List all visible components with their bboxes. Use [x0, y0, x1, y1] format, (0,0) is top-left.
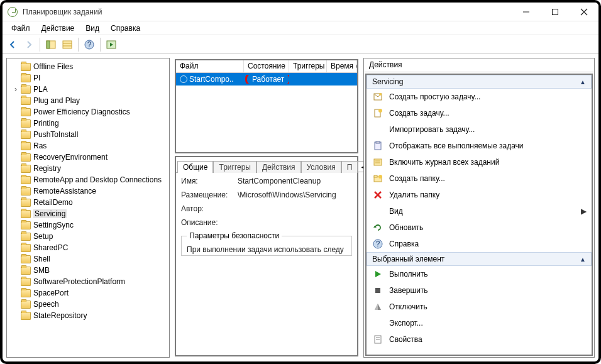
- disable-icon: [373, 302, 383, 312]
- tab-conditions[interactable]: Условия: [301, 161, 341, 173]
- action-включить-журнал-всех-заданий[interactable]: Включить журнал всех заданий: [367, 154, 592, 170]
- folder-icon: [21, 153, 31, 162]
- folder-icon: [21, 63, 31, 71]
- tree-item-power-efficiency-diagnostics[interactable]: Power Efficiency Diagnostics: [8, 106, 168, 118]
- tree-item-staterepository[interactable]: StateRepository: [8, 310, 168, 321]
- task-list-header[interactable]: Файл Состояние Триггеры Время сл: [176, 60, 357, 73]
- delete-icon: [373, 190, 383, 200]
- tab-general[interactable]: Общие: [177, 161, 213, 173]
- tree-item-smb[interactable]: SMB: [8, 265, 168, 276]
- folder-icon: [21, 289, 31, 297]
- action-section-selected[interactable]: Выбранный элемент▲: [367, 252, 592, 266]
- action-section-servicing[interactable]: Servicing▲: [367, 75, 592, 89]
- folder-icon: [21, 97, 31, 105]
- task-details: Общие Триггеры Действия Условия П ◄► Имя…: [175, 156, 358, 356]
- menu-view[interactable]: Вид: [80, 23, 104, 34]
- task-state-highlighted: Работает: [245, 75, 289, 84]
- tree-item-retaildemo[interactable]: RetailDemo: [8, 197, 168, 208]
- action-удалить-папку[interactable]: Удалить папку: [367, 187, 592, 203]
- action-обновить[interactable]: Обновить: [367, 219, 592, 236]
- middle-panel: Файл Состояние Триггеры Время сл StartCo…: [174, 58, 360, 358]
- tree-item-speech[interactable]: Speech: [8, 299, 168, 310]
- tree-item-shell[interactable]: Shell: [8, 253, 168, 265]
- minimize-button[interactable]: [512, 3, 541, 21]
- label-description: Описание:: [181, 218, 238, 227]
- col-next[interactable]: Время сл: [327, 60, 357, 72]
- tab-more[interactable]: П: [341, 161, 358, 173]
- action-отображать-все-выполняемые-задачи[interactable]: Отображать все выполняемые задачи: [367, 138, 592, 154]
- clipboard-icon: [373, 141, 383, 151]
- tree-item-sharedpc[interactable]: SharedPC: [8, 242, 168, 253]
- tree-item-pla[interactable]: PLA: [8, 84, 168, 95]
- newfolder-icon: [373, 174, 383, 184]
- task-name: StartCompo..: [189, 75, 234, 84]
- col-file[interactable]: Файл: [176, 60, 244, 72]
- action-создать-задачу-[interactable]: Создать задачу...: [367, 105, 592, 121]
- action-отключить[interactable]: Отключить: [367, 299, 592, 315]
- forward-button[interactable]: [21, 37, 36, 52]
- tree-item-plug-and-play[interactable]: Plug and Play: [8, 95, 168, 106]
- tree-item-registry[interactable]: Registry: [8, 163, 168, 174]
- svg-point-16: [378, 109, 382, 113]
- menubar: Файл Действие Вид Справка: [3, 21, 598, 35]
- tree-item-servicing[interactable]: Servicing: [8, 208, 168, 219]
- close-button[interactable]: [570, 3, 598, 21]
- svg-rect-6: [63, 41, 72, 48]
- action-экспорт-[interactable]: Экспорт...: [367, 315, 592, 331]
- tree-item-ras[interactable]: Ras: [8, 140, 168, 152]
- action-импортировать-задачу-[interactable]: Импортировать задачу...: [367, 121, 592, 138]
- tree-item-recoveryenvironment[interactable]: RecoveryEnvironment: [8, 152, 168, 163]
- action-свойства[interactable]: Свойства: [367, 331, 592, 348]
- svg-rect-19: [374, 159, 382, 165]
- tree-item-printing[interactable]: Printing: [8, 118, 168, 129]
- menu-file[interactable]: Файл: [6, 23, 35, 34]
- window-title: Планировщик заданий: [23, 8, 512, 16]
- svg-rect-5: [47, 41, 50, 48]
- show-tree-button[interactable]: [43, 37, 58, 52]
- folder-icon: [21, 165, 31, 173]
- folder-icon: [21, 278, 31, 286]
- folder-tree[interactable]: Offline FilesPIPLAPlug and PlayPower Eff…: [7, 58, 169, 357]
- tree-item-remoteapp-and-desktop-connections[interactable]: RemoteApp and Desktop Connections: [8, 174, 168, 185]
- action-вид[interactable]: Вид▶: [367, 203, 592, 219]
- folder-icon: [21, 312, 31, 320]
- tab-triggers[interactable]: Триггеры: [213, 161, 256, 173]
- run-toolbar-button[interactable]: [104, 37, 119, 52]
- tree-item-softwareprotectionplatform[interactable]: SoftwareProtectionPlatform: [8, 276, 168, 287]
- svg-rect-1: [553, 9, 558, 14]
- svg-rect-23: [374, 175, 377, 177]
- action-справка[interactable]: ?Справка: [367, 236, 592, 252]
- action-создать-папку-[interactable]: Создать папку...: [367, 170, 592, 187]
- tree-panel: Offline FilesPIPLAPlug and PlayPower Eff…: [6, 58, 170, 358]
- folder-icon: [21, 187, 31, 196]
- tree-item-pi[interactable]: PI: [8, 72, 168, 84]
- none-icon: [373, 318, 383, 328]
- menu-action[interactable]: Действие: [36, 23, 80, 34]
- collapse-icon: ▲: [580, 256, 586, 263]
- menu-help[interactable]: Справка: [106, 23, 145, 34]
- help-icon: ?: [373, 239, 383, 249]
- maximize-button[interactable]: [541, 3, 570, 21]
- tree-item-settingsync[interactable]: SettingSync: [8, 219, 168, 231]
- tree-item-pushtoinstall[interactable]: PushToInstall: [8, 129, 168, 140]
- svg-marker-33: [375, 304, 378, 310]
- tree-item-offline-files[interactable]: Offline Files: [8, 61, 168, 72]
- value-name: StartComponentCleanup: [238, 177, 352, 185]
- folder-icon: [21, 267, 31, 275]
- tree-item-remoteassistance[interactable]: RemoteAssistance: [8, 185, 168, 197]
- none-icon: [373, 206, 383, 216]
- action-завершить[interactable]: Завершить: [367, 282, 592, 299]
- tab-actions[interactable]: Действия: [256, 161, 301, 173]
- col-triggers[interactable]: Триггеры: [289, 60, 327, 72]
- action-выполнить[interactable]: Выполнить: [367, 266, 592, 282]
- show-list-button[interactable]: [60, 37, 75, 52]
- security-groupbox: Параметры безопасности При выполнении за…: [181, 236, 352, 256]
- action-создать-простую-задачу-[interactable]: Создать простую задачу...: [367, 89, 592, 105]
- col-state[interactable]: Состояние: [244, 60, 289, 72]
- tree-item-spaceport[interactable]: SpacePort: [8, 287, 168, 299]
- folder-icon: [21, 119, 31, 128]
- back-button[interactable]: [5, 37, 20, 52]
- task-row-selected[interactable]: StartCompo.. Работает: [176, 73, 357, 85]
- tree-item-setup[interactable]: Setup: [8, 231, 168, 242]
- help-button[interactable]: ?: [82, 37, 97, 52]
